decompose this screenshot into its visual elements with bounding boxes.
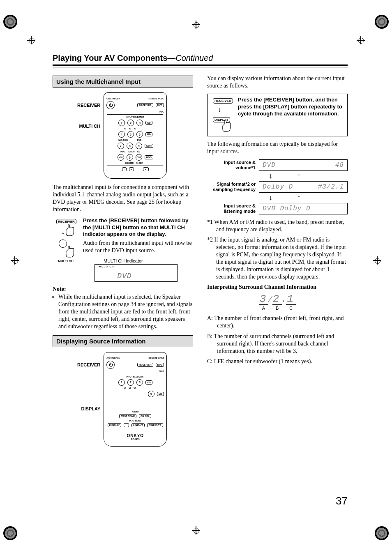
remote-label: REMOTE MODE <box>148 357 164 359</box>
remote-label: V2 <box>129 387 131 389</box>
press-display-icon: DISPLAY <box>210 115 235 134</box>
remote-btn: 2 <box>127 379 134 386</box>
remote-btn: 1 <box>118 120 125 126</box>
crop-mark-icon <box>192 526 200 534</box>
remote-label: SLEEP <box>136 162 143 164</box>
note-heading: Note: <box>53 286 193 292</box>
remote-btn: 1 <box>118 379 125 386</box>
disp-label-3: Input source & listening mode <box>207 203 256 214</box>
footnote-2: *2 If the input signal is analog, or AM … <box>207 236 348 280</box>
panel-text: 48 <box>335 161 344 169</box>
multich-indicator-label: MULTI CH indicator <box>104 258 193 263</box>
slash-icon: / <box>267 295 272 304</box>
power-icon: ⏻ <box>106 361 115 369</box>
arrow-down-icon: ↓ <box>61 229 65 235</box>
remote-btn: CDR <box>145 144 153 148</box>
remote-btn: HDD <box>145 155 153 159</box>
remote-btn: 4 <box>118 131 125 138</box>
display-panel-listening: DVD Dolby D <box>259 203 348 214</box>
remote-label: V3 <box>134 127 136 130</box>
registration-mark-icon <box>3 526 17 540</box>
remote-btn: CD <box>145 121 152 125</box>
remote-btn: + <box>129 167 134 171</box>
title-main: Playing Your AV Components <box>53 53 167 62</box>
display-followup-text: The following information can typically … <box>207 140 348 155</box>
remote-btn: ▲ <box>143 167 149 171</box>
power-icon: ⏻ <box>106 101 115 109</box>
callout-multich: MULTI CH <box>77 124 100 129</box>
panel-text: #3/2.1 <box>318 183 344 191</box>
multich-instruction-body: Audio from the multichannel input will n… <box>83 240 193 254</box>
panel-text: DVD Dolby D <box>263 205 311 212</box>
fig-c-num: 1 <box>287 293 295 305</box>
title-continued: —Continued <box>167 53 213 62</box>
arrow-down-icon: ↓ <box>218 106 221 113</box>
hand-pointer-icon <box>63 245 78 259</box>
fig-label-c: C <box>286 304 296 311</box>
cycle-arrows: ↓↑ <box>269 172 348 180</box>
remote-btn: 3 <box>136 120 143 126</box>
remote-btn: CINE FLTR <box>147 423 163 427</box>
registration-mark-icon <box>3 15 17 29</box>
remote-label: MULTI CH <box>118 139 128 141</box>
remote-btn: MD <box>145 132 152 136</box>
remote-label: CD <box>137 150 140 153</box>
remote-label: ON/STANDBY <box>106 97 120 100</box>
remote-label: AUDIO <box>106 410 164 413</box>
crop-mark-icon <box>192 21 200 29</box>
press-multich-icon <box>53 239 78 259</box>
remote-label: V2 <box>129 127 131 130</box>
instruction-block-display: RECEIVER ↓ DISPLAY Press the [RECEIVER] … <box>207 94 348 136</box>
surround-figure: 3/2.1 A B C <box>247 293 308 311</box>
multichannel-intro-text: The multichannel input is for connecting… <box>53 184 193 213</box>
remote-label: TAPE <box>159 111 164 113</box>
remote-btn: RECEIVER <box>137 363 153 367</box>
panel-marker: MULTI CH <box>99 265 114 268</box>
display-cycle-diagram: Input source & volume*1 DVD48 ↓↑ Signal … <box>207 159 348 214</box>
disp-label-2: Signal format*2 or sampling frequency <box>207 182 256 192</box>
remote-label: V3 <box>134 387 136 389</box>
remote-btn: − <box>122 167 127 171</box>
title-rule <box>53 64 348 67</box>
footnote-1: *1 When AM or FM radio is used, the band… <box>207 219 348 233</box>
definition-c: C: LFE channel for subwoofer (1 means ye… <box>207 358 348 365</box>
remote-label: TAPE <box>120 150 125 153</box>
receiver-pill-label: RECEIVER <box>213 98 233 104</box>
remote-control-icon: ON/STANDBYREMOTE MODE ⏻RECEIVERDVD TAPE … <box>104 92 167 179</box>
remote-model: RC-645S <box>106 438 164 440</box>
remote-label: V1 <box>124 127 126 130</box>
remote-label: PLAY MODE <box>106 419 164 422</box>
remote-label: REMOTE MODE <box>148 97 164 100</box>
arrow-up-icon: ↑ <box>297 172 301 180</box>
press-receiver-icon: RECEIVER ↓ <box>210 97 235 115</box>
page-number: 37 <box>336 495 348 507</box>
remote-btn: CD <box>145 380 152 385</box>
display-instruction-bold: Press the [RECEIVER] button, and then pr… <box>238 97 344 117</box>
panel-text: DVD <box>263 161 276 169</box>
definition-a: A: The number of front channels (front l… <box>207 315 348 329</box>
callout-receiver: RECEIVER <box>77 363 100 367</box>
remote-diagram-display: RECEIVER DISPLAY ON/STANDBYREMOTE MODE ⏻… <box>77 352 193 447</box>
hand-pointer-icon <box>219 120 234 134</box>
crop-mark-icon <box>373 256 381 265</box>
remote-label: V1 <box>124 387 126 389</box>
remote-btn: MD <box>157 392 164 396</box>
remote-btn: 5 <box>127 131 134 138</box>
remote-btn: CH SEL <box>139 414 151 418</box>
panel-text: Dolby D <box>263 183 293 191</box>
arrow-down-icon: ↓ <box>269 172 272 180</box>
cycle-arrows: ↓↑ <box>269 193 348 202</box>
arrow-up-icon: ↑ <box>297 193 301 202</box>
remote-btn: DVD <box>156 103 164 107</box>
instruction-block-multich: RECEIVER ↓ MULTI CH Press the [RECEIVER]… <box>53 217 193 282</box>
remote-btn: RECEIVER <box>137 103 153 107</box>
definition-b: B: The number of surround channels (surr… <box>207 333 348 355</box>
fig-label-a: A <box>259 304 268 311</box>
remote-btn <box>124 423 129 427</box>
hand-pointer-icon <box>63 224 78 238</box>
remote-label: TUNER <box>128 150 135 153</box>
display-intro-text: You can display various information abou… <box>207 75 348 90</box>
remote-btn: 0 <box>127 154 133 161</box>
remote-btn: L NIGHT <box>131 423 145 427</box>
dot-icon: . <box>281 293 287 305</box>
